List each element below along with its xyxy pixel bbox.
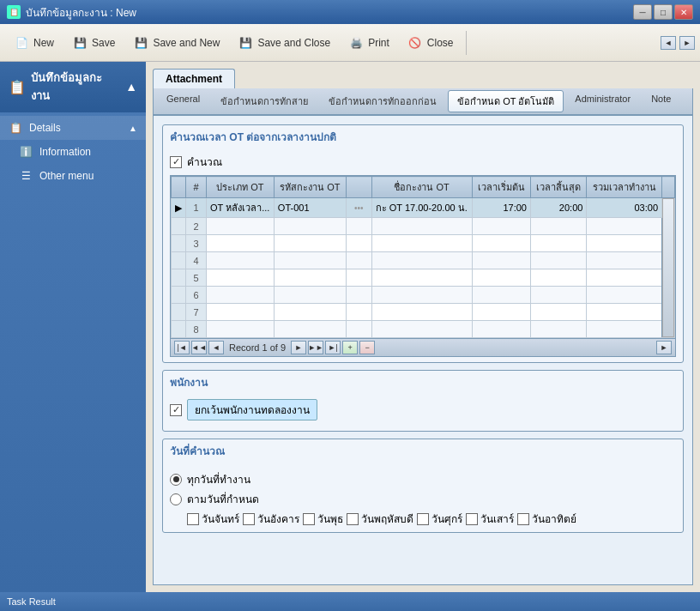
- table-nav: |◄ ◄◄ ◄ Record 1 of 9 ► ►► ►| + − ►: [170, 339, 676, 357]
- col-start-time: เวลาเริ่มต้น: [472, 177, 530, 198]
- col-ot-code: รหัสกะงาน OT: [274, 177, 346, 198]
- ot-type-cell: [207, 269, 275, 287]
- close-window-button[interactable]: ✕: [674, 4, 693, 20]
- table-row[interactable]: 7: [172, 304, 675, 321]
- day-fri-checkbox[interactable]: [417, 513, 429, 525]
- nav-forward-button[interactable]: ►: [679, 36, 695, 50]
- save-button[interactable]: 💾 Save: [63, 28, 123, 57]
- day-sat-checkbox[interactable]: [466, 513, 478, 525]
- table-row[interactable]: 6: [172, 287, 675, 304]
- minimize-button[interactable]: ─: [633, 4, 652, 20]
- sidebar-header-title: บันทึกข้อมูลกะงาน: [31, 69, 120, 105]
- toolbar-right: ◄ ►: [661, 36, 695, 50]
- table-row[interactable]: 3: [172, 235, 675, 252]
- details-expand-icon: ▲: [129, 124, 137, 133]
- row-num: 6: [186, 287, 207, 304]
- table-row[interactable]: 5: [172, 269, 675, 287]
- tab-ot-auto[interactable]: ข้อกำหนด OT อัตโนมัติ: [448, 90, 564, 112]
- calculate-checkbox[interactable]: [170, 156, 182, 168]
- day-wed: วันพุธ: [303, 511, 343, 527]
- attachment-tab-bar: Attachment: [153, 69, 693, 88]
- dots-cell: [346, 287, 371, 304]
- nav-next-button[interactable]: ►: [291, 341, 306, 354]
- ot-table-body: ▶ 1 OT หลังเวลา... OT-001 ••• กะ OT 17.0…: [172, 198, 675, 338]
- window-controls[interactable]: ─ □ ✕: [633, 4, 693, 20]
- day-wed-checkbox[interactable]: [303, 513, 315, 525]
- day-sun-checkbox[interactable]: [517, 513, 529, 525]
- radio-all-days-label: ทุกวันที่ทำงาน: [187, 471, 250, 487]
- day-wed-label: วันพุธ: [317, 511, 343, 527]
- ot-code-cell: OT-001: [274, 198, 346, 218]
- calculate-label: คำนวณ: [187, 154, 222, 170]
- ot-section-content: คำนวณ # ประเภท OT รหั: [163, 148, 683, 362]
- radio-specific-days-label: ตามวันที่กำหนด: [187, 491, 259, 507]
- tab-admin[interactable]: Administrator: [565, 90, 640, 112]
- employee-label: ยกเว้นพนักงานทดลองงาน: [187, 399, 317, 420]
- sidebar-collapse-icon[interactable]: ▲: [125, 80, 137, 94]
- row-arrow: [172, 321, 186, 338]
- scroll-cell: [662, 198, 675, 338]
- nav-scroll-right[interactable]: ►: [656, 341, 672, 354]
- end-time-cell: [530, 218, 586, 235]
- dots-cell: [346, 235, 371, 252]
- ot-type-cell: OT หลังเวลา...: [207, 198, 275, 218]
- window-title: บันทึกข้อมูลกะงาน : New: [26, 4, 136, 21]
- dots-cell: [346, 269, 371, 287]
- nav-next-page-button[interactable]: ►►: [308, 341, 323, 354]
- tab-ot-keep[interactable]: ข้อกำหนดการทักสาย: [211, 90, 317, 112]
- new-icon: 📄: [13, 34, 30, 51]
- save-and-close-button[interactable]: 💾 Save and Close: [229, 28, 338, 57]
- tab-general[interactable]: General: [157, 90, 209, 112]
- table-row[interactable]: ▶ 1 OT หลังเวลา... OT-001 ••• กะ OT 17.0…: [172, 198, 675, 218]
- table-row[interactable]: 4: [172, 252, 675, 269]
- sidebar-item-details-label: Details: [29, 122, 61, 134]
- save-and-new-label: Save and New: [153, 37, 220, 49]
- row-arrow: ▶: [172, 198, 186, 218]
- employee-section-content: ยกเว้นพนักงานทดลองงาน: [163, 394, 683, 431]
- nav-delete-button[interactable]: −: [359, 341, 375, 354]
- nav-add-button[interactable]: +: [342, 341, 358, 354]
- end-time-cell: [530, 252, 586, 269]
- nav-back-button[interactable]: ◄: [661, 36, 676, 50]
- ot-code-cell: [274, 235, 346, 252]
- save-and-new-button[interactable]: 💾 Save and New: [124, 28, 227, 57]
- dots-cell: [346, 321, 371, 338]
- ot-name-cell: [371, 321, 472, 338]
- day-mon-label: วันจันทร์: [202, 511, 239, 527]
- day-thu-checkbox[interactable]: [347, 513, 359, 525]
- tab-note[interactable]: Note: [642, 90, 680, 112]
- day-mon-checkbox[interactable]: [187, 513, 199, 525]
- nav-first-button[interactable]: |◄: [174, 341, 190, 354]
- radio-specific-days[interactable]: [170, 493, 182, 505]
- day-thu: วันพฤหัสบดี: [347, 511, 413, 527]
- radio-all-days[interactable]: [170, 474, 182, 486]
- ot-code-cell: [274, 304, 346, 321]
- sidebar-item-details[interactable]: 📋 Details ▲: [0, 116, 146, 140]
- employee-checkbox[interactable]: [170, 404, 182, 416]
- sidebar-item-other-menu[interactable]: ☰ Other menu: [0, 164, 146, 188]
- title-bar: 📋 บันทึกข้อมูลกะงาน : New ─ □ ✕: [0, 0, 700, 24]
- nav-prev-page-button[interactable]: ◄◄: [191, 341, 207, 354]
- employee-checkbox-row: ยกเว้นพนักงานทดลองงาน: [170, 399, 676, 420]
- total-time-cell: [587, 218, 662, 235]
- ot-type-cell: [207, 235, 275, 252]
- row-arrow: [172, 304, 186, 321]
- col-scrollbar: [662, 177, 675, 198]
- day-tue-checkbox[interactable]: [243, 513, 255, 525]
- table-row[interactable]: 2: [172, 218, 675, 235]
- table-row[interactable]: 8: [172, 321, 675, 338]
- nav-prev-button[interactable]: ◄: [208, 341, 224, 354]
- attachment-tab[interactable]: Attachment: [153, 69, 235, 88]
- sidebar-item-information[interactable]: ℹ️ Information: [0, 140, 146, 164]
- date-section-content: ทุกวันที่ทำงาน ตามวันที่กำหนด วันจันทร์: [163, 463, 683, 532]
- close-button[interactable]: 🚫 Close: [399, 28, 462, 57]
- sidebar-header-icon: 📋: [9, 79, 26, 95]
- new-button[interactable]: 📄 New: [5, 28, 62, 57]
- print-button[interactable]: 🖨️ Print: [340, 28, 397, 57]
- start-time-cell: [472, 304, 530, 321]
- maximize-button[interactable]: □: [654, 4, 673, 20]
- nav-last-button[interactable]: ►|: [325, 341, 341, 354]
- dots-cell: [346, 218, 371, 235]
- total-time-cell: [587, 235, 662, 252]
- tab-ot-before[interactable]: ข้อกำหนดการทักออกก่อน: [319, 90, 446, 112]
